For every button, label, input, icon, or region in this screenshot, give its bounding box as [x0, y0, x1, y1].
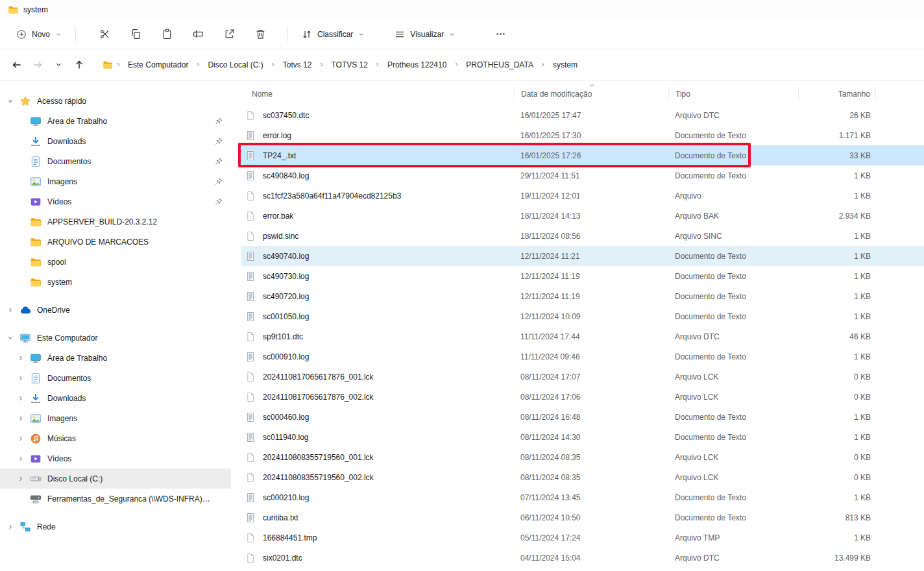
- file-row-error-log[interactable]: error.log16/01/2025 17:30Documento de Te…: [241, 125, 924, 145]
- breadcrumb-chevron-icon[interactable]: [538, 62, 548, 67]
- file-name: sc490840.log: [263, 171, 309, 180]
- sidebar-item-imagens[interactable]: Imagens: [0, 171, 231, 191]
- file-row-sc490840-log[interactable]: sc490840.log29/11/2024 11:51Documento de…: [241, 165, 924, 186]
- chevron-right-icon[interactable]: [16, 393, 26, 404]
- chevron-right-icon[interactable]: [5, 305, 16, 315]
- file-row-2024110817065617876-002-lck[interactable]: 2024110817065617876_002.lck08/11/2024 17…: [241, 387, 924, 407]
- new-button[interactable]: Novo: [9, 25, 69, 44]
- file-row-2024110808355719560-002-lck[interactable]: 2024110808355719560_002.lck08/11/2024 08…: [241, 467, 924, 487]
- chevron-right-icon[interactable]: [16, 373, 26, 383]
- videos-icon: [30, 196, 42, 208]
- sidebar-item-rea-de-trabalho[interactable]: Área de Trabalho: [0, 111, 231, 131]
- file-name: curitiba.txt: [263, 513, 298, 522]
- breadcrumb-chevron-icon[interactable]: [193, 62, 203, 67]
- file-row-sc000910-log[interactable]: sc000910.log11/11/2024 09:46Documento de…: [241, 346, 924, 367]
- file-row-sc490740-log[interactable]: sc490740.log12/11/2024 11:21Documento de…: [241, 246, 924, 266]
- chevron-right-icon[interactable]: [16, 474, 26, 484]
- file-row-six0201-dtc[interactable]: six0201.dtc04/11/2024 15:04Arquivo DTC13…: [241, 548, 924, 568]
- breadcrumb-chevron-icon[interactable]: [113, 62, 123, 67]
- paste-button[interactable]: [155, 24, 178, 45]
- file-row-sc490730-log[interactable]: sc490730.log12/11/2024 11:19Documento de…: [241, 266, 924, 286]
- sidebar-item-system[interactable]: system: [0, 272, 231, 292]
- sidebar-item-m-sicas[interactable]: Músicas: [0, 428, 231, 448]
- file-name: TP24_.txt: [263, 151, 296, 160]
- sidebar-item-disco-local-c[interactable]: Disco Local (C:): [0, 468, 231, 489]
- file-row-166884451-tmp[interactable]: 166884451.tmp05/11/2024 17:24Arquivo TMP…: [241, 528, 924, 548]
- sidebar-item-onedrive[interactable]: OneDrive: [0, 300, 231, 320]
- file-row-sc037450-dtc[interactable]: sc037450.dtc16/01/2025 17:47Arquivo DTC2…: [241, 105, 924, 125]
- chevron-right-icon[interactable]: [16, 413, 26, 424]
- sidebar-item-rede[interactable]: Rede: [0, 516, 231, 537]
- file-row-2024110808355719560-001-lck[interactable]: 2024110808355719560_001.lck08/11/2024 08…: [241, 447, 924, 467]
- file-text-icon: [245, 513, 256, 523]
- network-icon: [19, 521, 31, 533]
- breadcrumb-item-totvs-12[interactable]: TOTVS 12: [326, 57, 372, 73]
- delete-button[interactable]: [249, 24, 272, 45]
- file-row-2024110817065617876-001-lck[interactable]: 2024110817065617876_001.lck08/11/2024 17…: [241, 367, 924, 387]
- sidebar-item-documentos[interactable]: Documentos: [0, 368, 231, 388]
- more-options-button[interactable]: [489, 24, 512, 45]
- view-button[interactable]: Visualizar: [387, 25, 463, 44]
- sidebar-item-imagens[interactable]: Imagens: [0, 408, 231, 428]
- chevron-right-icon[interactable]: [16, 454, 26, 464]
- sidebar-item-arquivo-de-marcacoes[interactable]: ARQUIVO DE MARCACOES: [0, 232, 231, 252]
- sort-button[interactable]: Classificar: [295, 25, 372, 44]
- sidebar-item-downloads[interactable]: Downloads: [0, 131, 231, 151]
- file-name-cell: sc490740.log: [241, 251, 514, 261]
- file-row-sc490720-log[interactable]: sc490720.log12/11/2024 11:19Documento de…: [241, 286, 924, 306]
- sidebar-item-v-deos[interactable]: Vídeos: [0, 191, 231, 212]
- file-type: Arquivo LCK: [668, 393, 798, 402]
- sidebar-item-label: OneDrive: [37, 306, 90, 315]
- chevron-right-icon[interactable]: [16, 433, 26, 444]
- file-row-pswid-sinc[interactable]: pswid.sinc18/11/2024 08:56Arquivo SINC1 …: [241, 226, 924, 246]
- breadcrumb-chevron-icon[interactable]: [268, 62, 278, 67]
- toolbar-divider: [75, 27, 76, 42]
- sidebar-item-documentos[interactable]: Documentos: [0, 151, 231, 171]
- sidebar-item-este-computador[interactable]: Este Computador: [0, 328, 231, 348]
- rename-button[interactable]: [186, 24, 210, 45]
- file-row-sp9t101-dtc[interactable]: sp9t101.dtc11/11/2024 17:44Arquivo DTC46…: [241, 326, 924, 346]
- file-row-error-bak[interactable]: error.bak18/11/2024 14:13Arquivo BAK2.93…: [241, 206, 924, 226]
- file-date: 07/11/2024 13:45: [514, 493, 668, 502]
- column-header-name[interactable]: Nome: [241, 88, 514, 101]
- sidebar-item-downloads[interactable]: Downloads: [0, 388, 231, 408]
- forward-button[interactable]: [27, 55, 48, 75]
- breadcrumb-item-totvs-12[interactable]: Totvs 12: [278, 57, 317, 73]
- chevron-down-icon[interactable]: [5, 333, 16, 343]
- cut-button[interactable]: [93, 24, 116, 45]
- pictures-icon: [30, 176, 42, 188]
- up-button[interactable]: [69, 55, 90, 75]
- column-header-size[interactable]: Tamanho: [798, 88, 876, 101]
- copy-button[interactable]: [124, 24, 147, 45]
- breadcrumb-item-disco-local-c[interactable]: Disco Local (C:): [203, 57, 267, 73]
- breadcrumb-item-protheus-data[interactable]: PROTHEUS_DATA: [461, 57, 538, 73]
- sidebar-item-spool[interactable]: spool: [0, 252, 231, 272]
- sidebar-item-appserver-build-20-3-2-12[interactable]: APPSERVER_BUILD-20.3.2.12: [0, 212, 231, 232]
- file-row-sc000210-log[interactable]: sc000210.log07/11/2024 13:45Documento de…: [241, 487, 924, 507]
- breadcrumb-item-system[interactable]: system: [548, 57, 582, 73]
- column-header-type[interactable]: Tipo: [668, 88, 798, 101]
- back-button[interactable]: [6, 55, 27, 75]
- file-row-sc000460-log[interactable]: sc000460.log08/11/2024 16:48Documento de…: [241, 407, 924, 427]
- column-header-date[interactable]: Data de modificação: [514, 88, 668, 101]
- file-row-sc001050-log[interactable]: sc001050.log12/11/2024 10:09Documento de…: [241, 306, 924, 326]
- sidebar-item-v-deos[interactable]: Vídeos: [0, 448, 231, 468]
- sidebar-item-ferramentas-de-seguranca-wds-infra-k[interactable]: Ferramentas_de_Seguranca (\\WDS-INFRA) (…: [0, 489, 231, 509]
- chevron-right-icon[interactable]: [16, 353, 26, 363]
- sidebar-item-rea-de-trabalho[interactable]: Área de Trabalho: [0, 348, 231, 368]
- breadcrumb-item-este-computador[interactable]: Este Computador: [123, 57, 193, 73]
- file-row-curitiba-txt[interactable]: curitiba.txt06/11/2024 10:50Documento de…: [241, 507, 924, 528]
- chevron-down-icon[interactable]: [5, 96, 16, 106]
- share-button[interactable]: [217, 24, 241, 45]
- file-row-sc1fcf23a580a64f11a47904ecd82125b3[interactable]: sc1fcf23a580a64f11a47904ecd82125b319/11/…: [241, 186, 924, 206]
- chevron-right-icon[interactable]: [5, 522, 16, 532]
- breadcrumb-chevron-icon[interactable]: [451, 62, 461, 67]
- breadcrumb-chevron-icon[interactable]: [372, 62, 383, 67]
- file-row-tp24-txt[interactable]: TP24_.txt16/01/2025 17:26Documento de Te…: [241, 145, 924, 165]
- recent-locations-button[interactable]: [48, 55, 69, 75]
- breadcrumb-item-protheus-122410[interactable]: Protheus 122410: [383, 57, 451, 73]
- file-size: 813 KB: [798, 513, 876, 522]
- file-row-sc011940-log[interactable]: sc011940.log08/11/2024 14:30Documento de…: [241, 427, 924, 447]
- breadcrumb-chevron-icon[interactable]: [316, 62, 326, 67]
- sidebar-item-acesso-r-pido[interactable]: Acesso rápido: [0, 91, 231, 111]
